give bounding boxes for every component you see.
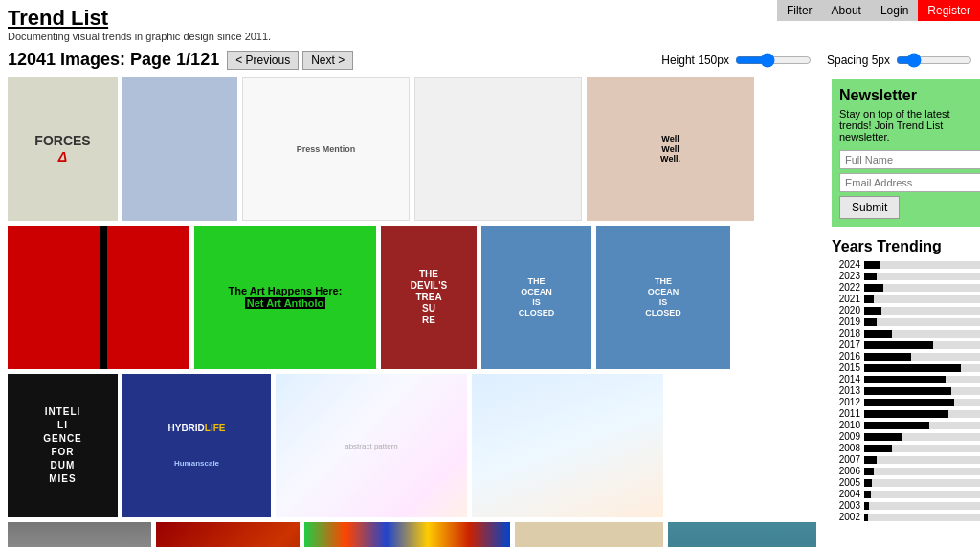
- year-label: 2015: [832, 362, 860, 373]
- year-bar-row[interactable]: 2024: [832, 259, 980, 270]
- year-bar-row[interactable]: 2002: [832, 512, 980, 522]
- year-bar-row[interactable]: 2004: [832, 489, 980, 499]
- list-item[interactable]: INTELILIGENCEFORDUMMIES: [8, 374, 118, 517]
- year-bar-row[interactable]: 2007: [832, 454, 980, 465]
- year-bar-row[interactable]: 2023: [832, 271, 980, 281]
- year-bar-row[interactable]: 2011: [832, 408, 980, 419]
- year-bar-row[interactable]: 2013: [832, 385, 980, 396]
- year-label: 2012: [832, 397, 860, 407]
- list-item[interactable]: [304, 522, 510, 547]
- newsletter-email-input[interactable]: [839, 173, 980, 192]
- year-bar-row[interactable]: 2006: [832, 466, 980, 476]
- height-control: Height 150px: [661, 53, 812, 68]
- list-item[interactable]: [122, 77, 237, 221]
- year-bar-fill: [864, 307, 881, 315]
- site-title[interactable]: Trend List: [8, 6, 108, 30]
- height-slider[interactable]: [735, 53, 812, 68]
- year-bar-row[interactable]: 2017: [832, 339, 980, 350]
- year-label: 2019: [832, 317, 860, 327]
- list-item[interactable]: THEOCEANISCLOSED: [596, 226, 730, 369]
- year-bar-bg: [864, 307, 980, 315]
- list-item[interactable]: THEDEVIL'STREASURE: [381, 226, 477, 369]
- year-label: 2014: [832, 374, 860, 384]
- year-bar-bg: [864, 261, 980, 269]
- year-label: 2017: [832, 339, 860, 350]
- year-label: 2016: [832, 351, 860, 361]
- year-bar-fill: [864, 456, 877, 464]
- year-label: 2022: [832, 282, 860, 293]
- years-trending-title: Years Trending: [832, 238, 980, 255]
- year-bar-row[interactable]: 2020: [832, 305, 980, 316]
- year-bar-row[interactable]: 2003: [832, 500, 980, 511]
- year-bar-fill: [864, 422, 929, 429]
- list-item[interactable]: [8, 226, 189, 369]
- year-bars-container: 2024202320222021202020192018201720162015…: [832, 259, 980, 522]
- year-label: 2020: [832, 305, 860, 316]
- register-button[interactable]: Register: [918, 0, 980, 21]
- list-item[interactable]: WellWellWell.: [587, 77, 754, 221]
- list-item[interactable]: [414, 77, 582, 221]
- newsletter-submit-button[interactable]: Submit: [839, 196, 900, 219]
- year-bar-row[interactable]: 2019: [832, 317, 980, 327]
- year-bar-bg: [864, 387, 980, 395]
- year-bar-bg: [864, 502, 980, 510]
- list-item[interactable]: THEOCEANISCLOSED: [481, 226, 591, 369]
- list-item[interactable]: [668, 522, 816, 547]
- main-content: FORCESΔ Press Mention WellWellWell.: [0, 74, 980, 547]
- list-item[interactable]: [515, 522, 663, 547]
- year-bar-fill: [864, 261, 880, 269]
- newsletter-name-input[interactable]: [839, 150, 980, 169]
- year-bar-bg: [864, 410, 980, 418]
- login-button[interactable]: Login: [871, 0, 918, 21]
- year-bar-row[interactable]: 2016: [832, 351, 980, 361]
- year-bar-row[interactable]: 2012: [832, 397, 980, 407]
- list-item[interactable]: HYBRIDLIFEHumanscale: [122, 374, 271, 517]
- year-bar-fill: [864, 399, 954, 406]
- year-bar-fill: [864, 445, 892, 452]
- list-item[interactable]: [156, 522, 300, 547]
- year-bar-row[interactable]: 2005: [832, 477, 980, 488]
- prev-button[interactable]: < Previous: [227, 51, 299, 70]
- year-bar-bg: [864, 341, 980, 349]
- image-row-3: INTELILIGENCEFORDUMMIES HYBRIDLIFEHumans…: [8, 374, 816, 517]
- year-bar-row[interactable]: 2022: [832, 282, 980, 293]
- site-subtitle: Documenting visual trends in graphic des…: [8, 31, 972, 42]
- year-bar-bg: [864, 284, 980, 292]
- year-label: 2007: [832, 454, 860, 465]
- next-button[interactable]: Next >: [302, 51, 353, 70]
- spacing-slider[interactable]: [896, 53, 972, 68]
- filter-button[interactable]: Filter: [777, 0, 822, 21]
- page-info: 12041 Images: Page 1/121: [8, 50, 219, 70]
- year-label: 2002: [832, 512, 860, 522]
- year-bar-row[interactable]: 2008: [832, 443, 980, 453]
- year-bar-bg: [864, 376, 980, 383]
- year-bar-row[interactable]: 2014: [832, 374, 980, 384]
- year-bar-row[interactable]: 2018: [832, 328, 980, 339]
- about-button[interactable]: About: [822, 0, 871, 21]
- year-bar-row[interactable]: 2009: [832, 431, 980, 442]
- year-bar-bg: [864, 422, 980, 429]
- list-item[interactable]: abstract pattern: [276, 374, 467, 517]
- year-bar-fill: [864, 330, 892, 338]
- spacing-control: Spacing 5px: [827, 53, 972, 68]
- list-item[interactable]: [8, 522, 151, 547]
- year-bar-bg: [864, 330, 980, 338]
- page-navbar: 12041 Images: Page 1/121 < Previous Next…: [0, 46, 980, 74]
- list-item[interactable]: FORCESΔ: [8, 77, 118, 221]
- year-bar-bg: [864, 399, 980, 406]
- year-bar-row[interactable]: 2010: [832, 420, 980, 430]
- height-label: Height 150px: [661, 54, 729, 67]
- year-label: 2003: [832, 500, 860, 511]
- year-bar-bg: [864, 491, 980, 498]
- image-row-2: The Art Happens Here:Net Art Antholo THE…: [8, 226, 816, 369]
- year-label: 2021: [832, 294, 860, 304]
- year-bar-bg: [864, 445, 980, 452]
- year-bar-fill: [864, 273, 877, 280]
- list-item[interactable]: Press Mention: [242, 77, 410, 221]
- year-bar-row[interactable]: 2015: [832, 362, 980, 373]
- list-item[interactable]: The Art Happens Here:Net Art Antholo: [194, 226, 376, 369]
- year-bar-row[interactable]: 2021: [832, 294, 980, 304]
- year-label: 2011: [832, 408, 860, 419]
- years-trending: Years Trending 2024202320222021202020192…: [832, 238, 980, 522]
- list-item[interactable]: [472, 374, 663, 517]
